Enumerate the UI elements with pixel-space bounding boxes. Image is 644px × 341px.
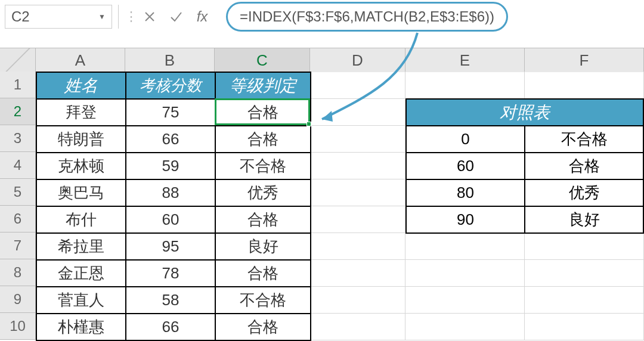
- lookup-title[interactable]: 对照表: [406, 99, 643, 126]
- cell-score[interactable]: 58: [126, 287, 215, 314]
- lookup-table[interactable]: 对照表 0 不合格 60 合格 80 优秀 90 良好: [405, 98, 644, 234]
- cell-score[interactable]: 60: [126, 206, 215, 233]
- row-header-7[interactable]: 7: [0, 232, 36, 259]
- header-score[interactable]: 考核分数: [126, 72, 215, 99]
- lookup-threshold[interactable]: 0: [406, 126, 525, 153]
- cell-name[interactable]: 布什: [36, 206, 126, 233]
- row-header-6[interactable]: 6: [0, 206, 36, 232]
- cell-score[interactable]: 66: [126, 314, 215, 340]
- row-header-4[interactable]: 4: [0, 152, 36, 179]
- name-box[interactable]: C2 ▼: [5, 5, 112, 29]
- cell-grade[interactable]: 合格: [215, 260, 311, 287]
- cell-score[interactable]: 59: [126, 153, 215, 179]
- col-header-B[interactable]: B: [125, 48, 215, 72]
- lookup-threshold[interactable]: 80: [406, 179, 525, 206]
- fx-label: fx: [197, 8, 208, 25]
- formula-text: =INDEX(F$3:F$6,MATCH(B2,E$3:E$6)): [240, 8, 494, 25]
- cell-name[interactable]: 特朗普: [36, 126, 126, 153]
- col-header-C[interactable]: C: [215, 48, 310, 72]
- table-row[interactable]: 奥巴马 88 优秀: [36, 179, 311, 206]
- lookup-threshold[interactable]: 90: [406, 206, 525, 233]
- cell-name[interactable]: 朴槿惠: [36, 314, 126, 340]
- lookup-label[interactable]: 合格: [525, 153, 643, 179]
- col-header-A[interactable]: A: [36, 48, 125, 72]
- cell-grade[interactable]: 不合格: [215, 153, 311, 179]
- cell-name[interactable]: 拜登: [36, 99, 126, 126]
- row-header-2[interactable]: 2: [0, 98, 36, 125]
- row-header-10[interactable]: 10: [0, 313, 36, 340]
- row-header-column: 1 2 3 4 5 6 7 8 9 10: [0, 72, 36, 340]
- cell-grade[interactable]: 合格: [215, 126, 311, 153]
- cell-score[interactable]: 88: [126, 179, 215, 206]
- lookup-threshold[interactable]: 60: [406, 153, 525, 179]
- column-header-row: A B C D E F: [0, 48, 644, 72]
- cell-name[interactable]: 希拉里: [36, 233, 126, 260]
- table-row[interactable]: 特朗普 66 合格: [36, 126, 311, 153]
- cell-grade[interactable]: 不合格: [215, 287, 311, 314]
- header-grade[interactable]: 等级判定: [215, 72, 311, 99]
- dropdown-icon[interactable]: ▼: [98, 13, 106, 21]
- cell-score[interactable]: 95: [126, 233, 215, 260]
- cell-score[interactable]: 78: [126, 260, 215, 287]
- table-row[interactable]: 金正恩 78 合格: [36, 260, 311, 287]
- more-icon: ⋮: [125, 9, 137, 24]
- cell-grade[interactable]: 合格: [215, 206, 311, 233]
- main-table[interactable]: 姓名 考核分数 等级判定 拜登 75 合格 特朗普 66 合格 克林顿 59 不…: [36, 72, 311, 341]
- table-row[interactable]: 布什 60 合格: [36, 206, 311, 233]
- cell-name[interactable]: 奥巴马: [36, 179, 126, 206]
- table-row[interactable]: 60 合格: [406, 153, 643, 179]
- lookup-label[interactable]: 良好: [525, 206, 643, 233]
- name-box-value: C2: [11, 8, 30, 25]
- cancel-icon[interactable]: [137, 5, 163, 29]
- cell-score[interactable]: 75: [126, 99, 215, 126]
- col-header-E[interactable]: E: [405, 48, 525, 72]
- table-row[interactable]: 朴槿惠 66 合格: [36, 314, 311, 340]
- table-row[interactable]: 希拉里 95 良好: [36, 233, 311, 260]
- table-row[interactable]: 90 良好: [406, 206, 643, 233]
- cell-name[interactable]: 菅直人: [36, 287, 126, 314]
- lookup-label[interactable]: 优秀: [525, 179, 643, 206]
- cell-name[interactable]: 金正恩: [36, 260, 126, 287]
- formula-callout: =INDEX(F$3:F$6,MATCH(B2,E$3:E$6)): [226, 2, 508, 32]
- col-header-D[interactable]: D: [310, 48, 405, 72]
- header-name[interactable]: 姓名: [36, 72, 126, 99]
- row-header-5[interactable]: 5: [0, 179, 36, 206]
- row-header-3[interactable]: 3: [0, 125, 36, 152]
- cell-grade[interactable]: 合格: [215, 314, 311, 340]
- row-header-1[interactable]: 1: [0, 72, 36, 98]
- table-row[interactable]: 0 不合格: [406, 126, 643, 153]
- table-row[interactable]: 菅直人 58 不合格: [36, 287, 311, 314]
- row-header-8[interactable]: 8: [0, 259, 36, 286]
- formula-bar: C2 ▼ ⋮ fx =INDEX(F$3:F$6,MATCH(B2,E$3:E$…: [5, 4, 637, 30]
- cell-score[interactable]: 66: [126, 126, 215, 153]
- divider: [118, 5, 119, 29]
- cell-grade[interactable]: 良好: [215, 233, 311, 260]
- select-all-corner[interactable]: [0, 48, 36, 72]
- lookup-label[interactable]: 不合格: [525, 126, 643, 153]
- table-row[interactable]: 80 优秀: [406, 179, 643, 206]
- accept-icon[interactable]: [163, 5, 189, 29]
- table-row[interactable]: 拜登 75 合格: [36, 99, 311, 126]
- cell-name[interactable]: 克林顿: [36, 153, 126, 179]
- cell-grade[interactable]: 合格: [215, 99, 311, 126]
- cell-grade[interactable]: 优秀: [215, 179, 311, 206]
- table-row[interactable]: 克林顿 59 不合格: [36, 153, 311, 179]
- col-header-F[interactable]: F: [525, 48, 644, 72]
- fx-icon[interactable]: fx: [189, 5, 215, 29]
- row-header-9[interactable]: 9: [0, 286, 36, 313]
